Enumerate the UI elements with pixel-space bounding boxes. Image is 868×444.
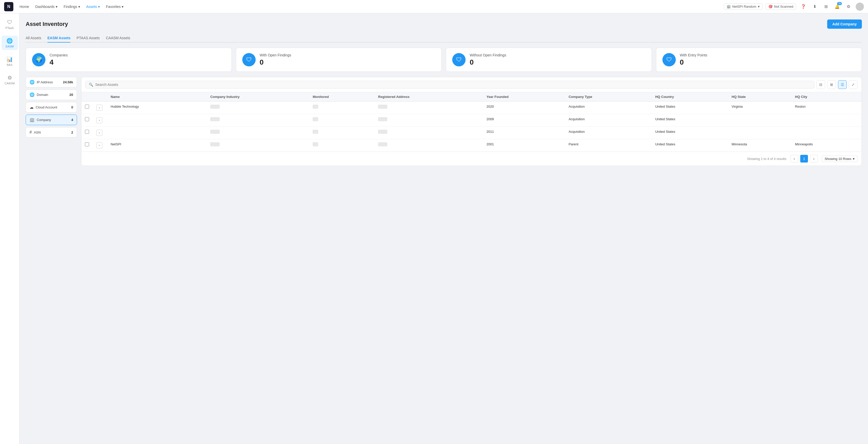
scan-icon: 🎯 [768,5,773,8]
th-year-founded[interactable]: Year Founded [483,92,565,102]
row-expand[interactable]: › [93,114,107,127]
row-monitored [309,114,374,127]
prev-page-button[interactable]: ‹ [790,155,798,163]
filter-domain[interactable]: 🌐 Domain 20 [26,90,77,100]
asn-icon: # [30,130,32,135]
workspace-chevron-icon: ▾ [758,5,760,8]
row-checkbox[interactable] [81,114,93,127]
app-logo: N [4,2,13,11]
table-view-button[interactable]: ☰ [838,80,847,89]
domain-label: Domain [37,93,48,97]
expand-button[interactable]: ⤢ [849,80,858,89]
settings-button[interactable]: ⚙ [844,3,852,11]
th-name[interactable]: Name [107,92,207,102]
content-area: 🌐 IP Address 24.58k 🌐 Domain 20 ☁ Clou [26,77,862,166]
open-findings-icon: 🛡 [242,53,256,66]
row-hq-state [728,127,792,139]
add-company-button[interactable]: Add Company [827,20,862,29]
row-company-type: Acquisition [565,127,652,139]
sidebar-item-bas[interactable]: 📊 BAS [2,54,18,68]
row-hq-city [792,114,862,127]
row-year-founded: 2020 [483,102,565,114]
columns-button[interactable]: ⊞ [827,80,836,89]
filter-company[interactable]: 🏢 Company 4 [26,114,77,125]
caasm-icon: ⚙ [7,75,12,81]
th-company-industry[interactable]: Company Industry [207,92,309,102]
nav-favorites[interactable]: Favorites ▾ [106,5,124,9]
user-avatar[interactable] [856,3,864,11]
filter-ip-address[interactable]: 🌐 IP Address 24.58k [26,77,77,88]
row-checkbox[interactable] [81,139,93,152]
data-table: Name Company Industry Monitored Register… [81,92,862,151]
row-year-founded: 2001 [483,139,565,152]
row-registered-address [374,114,483,127]
sidebar-item-ptaas[interactable]: 🛡 PTaaS [2,18,18,32]
rows-label: Showing 10 Rows [825,157,851,161]
th-company-type[interactable]: Company Type [565,92,652,102]
nav-assets[interactable]: Assets ▾ [86,5,100,9]
row-expand[interactable]: › [93,102,107,114]
row-industry [207,139,309,152]
filter-button[interactable]: ⊟ [816,80,825,89]
stats-row: 🌍 Companies 4 🛡 With Open Findings 0 🛡 W… [26,48,862,72]
th-registered-address[interactable]: Registered Address [374,92,483,102]
tab-caasm-assets[interactable]: CAASM Assets [106,34,130,42]
sidebar-label-ptaas: PTaaS [5,26,13,30]
th-monitored[interactable]: Monitored [309,92,374,102]
search-wrapper[interactable]: 🔍 [86,81,814,89]
next-page-button[interactable]: › [810,155,818,163]
row-hq-city [792,127,862,139]
th-hq-state[interactable]: HQ State [728,92,792,102]
page-1-button[interactable]: 1 [800,155,808,163]
row-checkbox[interactable] [81,127,93,139]
entry-points-value: 0 [680,58,707,66]
bas-icon: 📊 [6,56,13,62]
tab-easm-assets[interactable]: EASM Assets [48,34,70,42]
download-button[interactable]: ⬇ [810,3,819,11]
tab-all-assets[interactable]: All Assets [26,34,41,42]
row-checkbox[interactable] [81,102,93,114]
table-row: › NetSPI 2001 Parent United States Minne… [81,139,862,152]
not-scanned-label: Not Scanned [774,5,793,8]
filter-cloud-account[interactable]: ☁ Cloud Account 0 [26,102,77,112]
grid-button[interactable]: ⊞ [822,3,830,11]
sidebar-label-caasm: CAASM [5,82,14,85]
workspace-selector[interactable]: 🏢 NetSPI Random ▾ [724,3,763,10]
sidebar-item-caasm[interactable]: ⚙ CAASM [2,73,18,87]
cloud-count: 0 [71,105,73,109]
table-toolbar: 🔍 ⊟ ⊞ ☰ ⤢ [81,77,862,92]
domain-count: 20 [69,93,73,97]
company-icon: 🏢 [30,117,35,122]
company-label: Company [37,118,51,122]
tabs-bar: All Assets EASM Assets PTAAS Assets CAAS… [26,34,862,42]
filter-asn[interactable]: # ASN 2 [26,127,77,137]
toolbar-icons: ⊟ ⊞ ☰ ⤢ [816,80,858,89]
row-expand[interactable]: › [93,139,107,152]
row-monitored [309,139,374,152]
th-expand [93,92,107,102]
search-input[interactable] [95,82,811,87]
row-company-type: Acquisition [565,102,652,114]
notification-button[interactable]: 🔔 79 [833,3,841,11]
th-hq-country[interactable]: HQ Country [652,92,728,102]
table-panel: 🔍 ⊟ ⊞ ☰ ⤢ [81,77,862,166]
th-hq-city[interactable]: HQ City [792,92,862,102]
no-findings-label: Without Open Findings [470,53,506,57]
tab-ptaas-assets[interactable]: PTAAS Assets [76,34,100,42]
nav-home[interactable]: Home [20,5,29,9]
row-year-founded: 2009 [483,114,565,127]
row-name: Hubble Technology [107,102,207,114]
nav-dashboards[interactable]: Dashboards ▾ [35,5,58,9]
row-registered-address [374,102,483,114]
nav-findings[interactable]: Findings ▾ [64,5,80,9]
sidebar-item-easm[interactable]: 🌐 EASM [2,36,18,50]
help-button[interactable]: ❓ [799,3,807,11]
row-industry [207,114,309,127]
row-expand[interactable]: › [93,127,107,139]
row-hq-country: United States [652,102,728,114]
stat-companies: 🌍 Companies 4 [26,48,232,72]
rows-selector[interactable]: Showing 10 Rows ▾ [822,156,858,162]
entry-points-icon: 🛡 [662,53,676,66]
company-count: 4 [71,118,73,122]
sidebar-label-bas: BAS [7,63,12,66]
